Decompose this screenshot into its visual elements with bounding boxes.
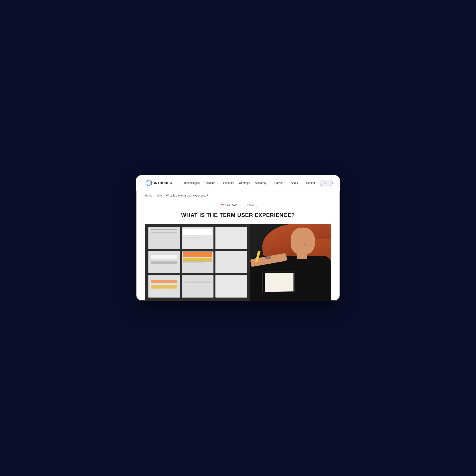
logo-icon xyxy=(145,179,152,187)
device-frame: /NTRODUCT Technologies Services → Produc… xyxy=(136,175,340,301)
clock-icon: ⏱ xyxy=(246,204,248,207)
svg-marker-1 xyxy=(147,181,151,185)
language-button[interactable]: EN → xyxy=(320,180,333,186)
article-title: WHAT IS THE TERM USER EXPERIENCE? xyxy=(145,212,331,218)
breadcrumb-sep-2: / xyxy=(164,194,165,197)
date-badge: 📅 13.04.2023 xyxy=(218,203,240,208)
article-hero-image xyxy=(145,224,331,301)
logo-area[interactable]: /NTRODUCT xyxy=(145,179,174,187)
breadcrumb-current: What is the term User experience? xyxy=(166,194,208,197)
breadcrumb-news[interactable]: News xyxy=(156,194,163,197)
article-content: 📅 13.04.2023 ⏱ 5 min WHAT IS THE TERM US… xyxy=(136,200,340,301)
breadcrumb-home[interactable]: Home xyxy=(145,194,152,197)
logo-text: /NTRODUCT xyxy=(154,181,174,185)
nav-item-products[interactable]: Products xyxy=(221,180,236,186)
nav-item-about[interactable]: About → xyxy=(289,180,303,186)
career-arrow-icon: → xyxy=(284,182,286,184)
academy-arrow-icon: → xyxy=(267,182,270,184)
nav-item-academy[interactable]: Academy → xyxy=(253,180,272,186)
read-time: 5 min xyxy=(249,204,255,207)
navbar: /NTRODUCT Technologies Services → Produc… xyxy=(136,175,340,191)
nav-item-services[interactable]: Services → xyxy=(203,180,221,186)
article-date: 13.04.2023 xyxy=(225,204,238,207)
about-arrow-icon: → xyxy=(299,182,301,184)
nav-item-contact[interactable]: Contact xyxy=(304,180,318,186)
nav-links: Technologies Services → Products Offerin… xyxy=(182,180,318,186)
calendar-icon: 📅 xyxy=(221,204,224,207)
breadcrumb-sep-1: / xyxy=(154,194,154,197)
nav-item-career[interactable]: Career → xyxy=(272,180,288,186)
services-arrow-icon: → xyxy=(216,182,218,184)
article-meta: 📅 13.04.2023 ⏱ 5 min xyxy=(145,203,331,208)
nav-item-technologies[interactable]: Technologies xyxy=(182,180,202,186)
breadcrumb: Home / News / What is the term User expe… xyxy=(136,191,340,200)
read-time-badge: ⏱ 5 min xyxy=(243,203,258,208)
nav-item-offerings[interactable]: Offerings xyxy=(237,180,252,186)
